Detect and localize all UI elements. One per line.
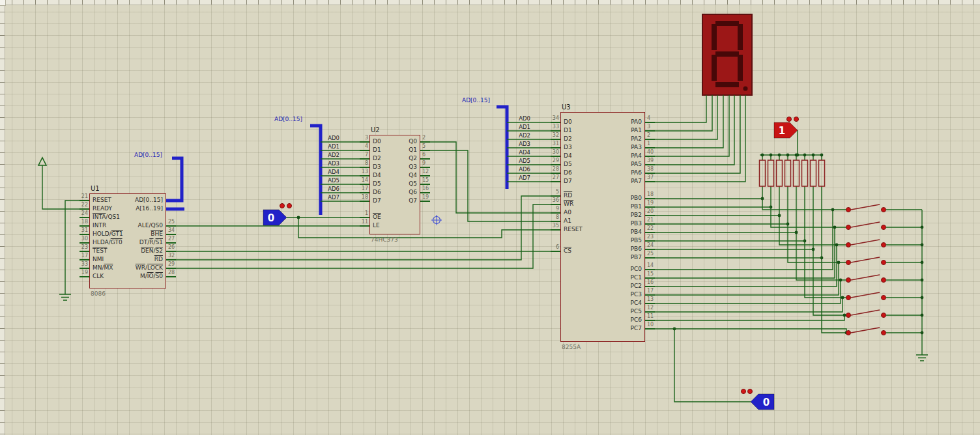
pin-stub [645, 232, 655, 233]
pin-stub [79, 259, 89, 260]
pin-stub [420, 192, 430, 193]
pin-stub [551, 251, 560, 252]
pin-number: 8 [532, 214, 559, 221]
pin-name: PB4 [563, 229, 642, 236]
pin-number: 14 [647, 262, 667, 269]
component-part: 74HC373 [371, 236, 398, 243]
pin-name: PA5 [563, 161, 642, 168]
pin-name: PB0 [563, 195, 642, 202]
bus-label: AD[0..15] [274, 116, 302, 122]
pin-number: 34 [532, 115, 559, 122]
pin-number: 3 [647, 124, 667, 130]
pin-stub [645, 223, 655, 225]
pin-number: 21 [647, 217, 667, 223]
pin-stub [360, 192, 369, 193]
pin-name: Q7 [372, 197, 417, 204]
pin-name: DT/R/S1 [92, 239, 163, 246]
pin-name: PA3 [563, 144, 642, 151]
pin-name: OE [373, 214, 381, 221]
pin-stub [551, 229, 560, 231]
pin-number: 19 [61, 270, 88, 276]
pin-stub [79, 208, 89, 210]
pin-stub [420, 184, 430, 185]
pin-name: RD [92, 256, 163, 263]
pin-number: 37 [647, 175, 667, 181]
pin-stub [645, 257, 655, 259]
pin-number: 25 [647, 251, 667, 257]
pin-number: 34 [168, 227, 188, 234]
component-ref: U3 [562, 104, 571, 111]
pin-number: 19 [422, 194, 442, 201]
pin-number: 1 [341, 210, 368, 217]
pin-name: PB5 [563, 237, 642, 244]
pin-stub [551, 122, 560, 123]
net-label: AD4 [502, 149, 530, 156]
pin-stub [360, 201, 369, 202]
pin-stub [645, 328, 655, 330]
pin-number: 27 [532, 175, 559, 181]
pin-stub [166, 242, 176, 244]
pin-number: 11 [647, 313, 667, 320]
pin-stub [79, 251, 89, 252]
pin-name: PB7 [563, 254, 642, 261]
net-label: AD1 [502, 124, 530, 130]
sheet-ruler-left [0, 0, 5, 435]
pin-stub [360, 217, 369, 218]
pin-stub [645, 130, 655, 132]
pin-number: 4 [341, 143, 368, 150]
pin-number: 33 [61, 261, 88, 268]
pin-name: Q4 [372, 172, 417, 179]
pin-stub [79, 276, 89, 277]
pin-name: Q3 [372, 163, 417, 171]
pin-number: 18 [341, 194, 368, 201]
pin-name: PC2 [563, 283, 642, 290]
pin-number: 6 [532, 244, 559, 251]
pin-name: LE [373, 222, 380, 229]
pin-stub [645, 303, 655, 304]
pin-number: 16 [647, 279, 667, 286]
pin-number: 19 [647, 200, 667, 206]
pin-name: PB6 [563, 246, 642, 253]
net-label: AD0 [311, 135, 339, 141]
pin-name: PB3 [563, 220, 642, 227]
pin-name: INTA/QS1 [93, 214, 120, 221]
pin-number: 17 [341, 186, 368, 192]
pin-stub [645, 320, 655, 321]
pin-name: WR/LOCK [92, 264, 163, 272]
pin-name: PC6 [563, 316, 642, 324]
pin-number: 13 [647, 296, 667, 303]
net-label: AD7 [502, 175, 530, 181]
pin-name: A[16..19] [92, 205, 163, 212]
pin-number: 30 [61, 236, 88, 242]
pin-name: Q2 [372, 155, 417, 162]
pin-stub [645, 286, 655, 287]
pin-number: 12 [647, 305, 667, 311]
pin-stub [360, 150, 369, 151]
pin-stub [420, 167, 430, 168]
pin-name: PC5 [563, 308, 642, 315]
pin-stub [360, 184, 369, 185]
pin-name: PA6 [563, 169, 642, 176]
pin-number: 33 [532, 124, 559, 130]
component-part: 8086 [91, 290, 106, 297]
pin-number: 9 [532, 206, 559, 212]
pin-number: 15 [647, 271, 667, 277]
pin-number: 23 [61, 244, 88, 251]
pin-stub [645, 311, 655, 313]
pin-number: 28 [532, 166, 559, 173]
pin-number: 6 [422, 152, 442, 158]
pin-stub [166, 251, 176, 252]
pin-stub [551, 181, 560, 182]
pin-stub [645, 139, 655, 140]
pin-name: PA0 [563, 119, 642, 126]
pin-number: 17 [647, 288, 667, 294]
pin-number: 29 [168, 261, 188, 268]
pin-stub [360, 158, 369, 160]
pin-stub [645, 277, 655, 279]
pin-name: PB1 [563, 203, 642, 210]
net-label: AD5 [311, 177, 339, 184]
pin-name: Q5 [372, 180, 417, 188]
pin-stub [360, 141, 369, 143]
pin-name: BHE [92, 231, 163, 238]
pin-number: 27 [168, 236, 188, 242]
